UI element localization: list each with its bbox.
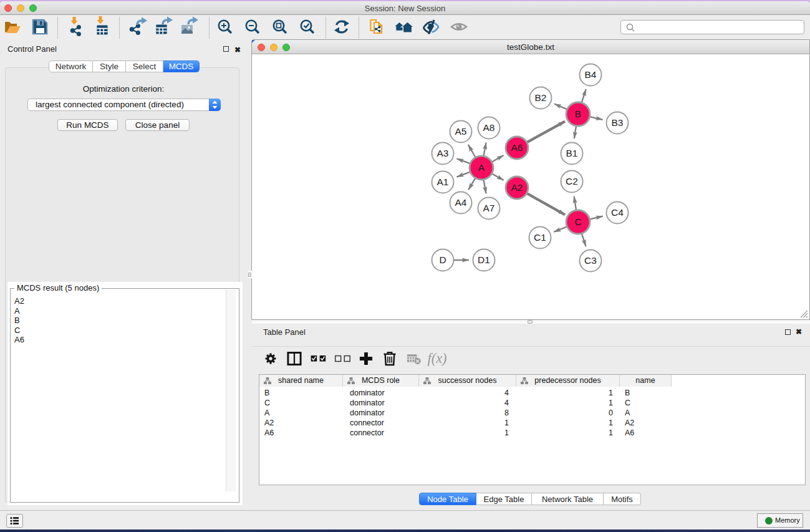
- svg-text:B2: B2: [535, 92, 547, 103]
- svg-text:C4: C4: [611, 207, 624, 218]
- svg-text:B3: B3: [612, 117, 624, 128]
- svg-text:B: B: [575, 109, 581, 119]
- svg-text:C2: C2: [566, 176, 578, 186]
- svg-text:D1: D1: [478, 254, 490, 265]
- svg-text:A4: A4: [455, 197, 467, 208]
- svg-text:B1: B1: [566, 148, 578, 158]
- svg-text:f(x): f(x): [427, 351, 446, 366]
- svg-text:A2: A2: [511, 182, 523, 193]
- svg-text:A6: A6: [511, 142, 523, 153]
- svg-text:A3: A3: [437, 148, 449, 158]
- svg-text:A7: A7: [483, 203, 495, 213]
- svg-text:C1: C1: [534, 232, 546, 243]
- svg-text:A1: A1: [437, 177, 449, 187]
- svg-text:A5: A5: [455, 126, 467, 137]
- svg-text:B4: B4: [585, 69, 597, 80]
- svg-text:C: C: [574, 216, 581, 227]
- svg-text:D: D: [439, 254, 446, 265]
- svg-text:A8: A8: [483, 122, 495, 133]
- svg-text:C3: C3: [584, 255, 597, 266]
- svg-text:A: A: [478, 162, 485, 173]
